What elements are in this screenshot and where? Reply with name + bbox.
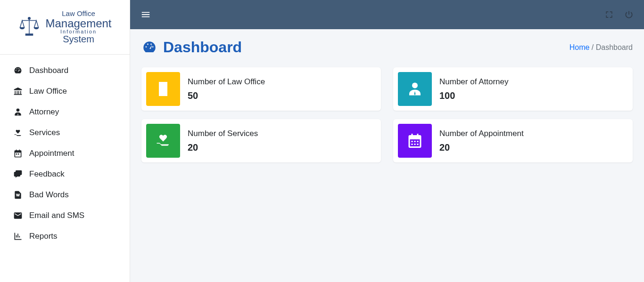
calendar-icon (13, 149, 23, 158)
breadcrumb-home[interactable]: Home (570, 43, 590, 51)
sidebar-item-appointment[interactable]: Appointment (0, 143, 130, 164)
sidebar-item-label: Attorney (29, 107, 59, 117)
card-label: Number of Services (188, 129, 258, 138)
card-appointment: Number of Appointment 20 (393, 119, 633, 162)
sidebar-item-label: Dashboard (29, 66, 68, 75)
card-label: Number of Law Office (188, 77, 265, 87)
building-icon (146, 72, 180, 106)
sidebar-item-reports[interactable]: Reports (0, 226, 130, 247)
breadcrumb-sep: / (589, 43, 595, 51)
bar-chart-icon (13, 232, 23, 241)
gauge-icon (13, 66, 23, 75)
main-area: Dashboard Home / Dashboard Number of Law… (130, 0, 644, 282)
card-label: Number of Appointment (439, 129, 524, 138)
dashboard-cards: Number of Law Office 50 Number of Attorn… (141, 67, 633, 162)
topbar (130, 0, 644, 29)
scales-icon (18, 16, 41, 38)
sidebar-item-label: Email and SMS (29, 211, 84, 220)
sidebar-item-feedback[interactable]: Feedback (0, 164, 130, 185)
breadcrumb-current: Dashboard (596, 43, 633, 51)
svg-point-2 (28, 17, 31, 20)
card-value: 100 (439, 90, 508, 101)
sidebar-item-label: Reports (29, 232, 58, 241)
card-services: Number of Services 20 (141, 119, 381, 162)
sidebar-nav: Dashboard Law Office Attorney Services A… (0, 55, 130, 282)
card-value: 50 (188, 90, 265, 101)
logo: Law Office Management Information System (0, 0, 130, 55)
sidebar-item-dashboard[interactable]: Dashboard (0, 60, 130, 81)
page-header: Dashboard Home / Dashboard (141, 39, 633, 56)
svg-rect-3 (26, 34, 33, 35)
envelope-icon (13, 211, 23, 220)
sidebar-item-label: Services (29, 128, 60, 137)
content: Dashboard Home / Dashboard Number of Law… (130, 29, 644, 282)
sidebar-item-label: Bad Words (29, 190, 69, 200)
logo-line4: System (45, 34, 111, 44)
sidebar-item-email-sms[interactable]: Email and SMS (0, 205, 130, 226)
sidebar-item-label: Law Office (29, 87, 67, 96)
page-title-text: Dashboard (163, 39, 242, 56)
sidebar-item-services[interactable]: Services (0, 122, 130, 143)
card-value: 20 (439, 142, 524, 153)
sidebar-item-label: Feedback (29, 169, 65, 179)
power-icon[interactable] (624, 10, 634, 19)
fullscreen-icon[interactable] (604, 10, 614, 19)
sidebar-item-bad-words[interactable]: Bad Words (0, 185, 130, 205)
hamburger-icon[interactable] (140, 9, 151, 20)
hand-heart-icon (13, 128, 23, 137)
breadcrumb: Home / Dashboard (570, 43, 633, 52)
comments-icon (13, 169, 23, 179)
dashboard-title-icon (141, 40, 157, 56)
hand-heart-icon (146, 124, 180, 158)
card-attorney: Number of Attorney 100 (393, 67, 633, 111)
card-label: Number of Attorney (439, 77, 508, 87)
file-word-icon (13, 190, 23, 200)
card-value: 20 (188, 142, 258, 153)
logo-line1: Law Office (45, 10, 111, 17)
institution-icon (13, 87, 23, 96)
sidebar: Law Office Management Information System… (0, 0, 130, 282)
calendar-icon (398, 124, 432, 158)
svg-point-5 (412, 83, 418, 89)
page-title: Dashboard (141, 39, 242, 56)
logo-line2: Management (45, 17, 111, 29)
sidebar-item-law-office[interactable]: Law Office (0, 81, 130, 102)
svg-point-4 (17, 109, 20, 112)
user-tie-icon (398, 72, 432, 106)
user-tie-icon (13, 107, 23, 117)
sidebar-item-attorney[interactable]: Attorney (0, 102, 130, 122)
sidebar-item-label: Appointment (29, 149, 74, 158)
card-law-office: Number of Law Office 50 (141, 67, 381, 111)
